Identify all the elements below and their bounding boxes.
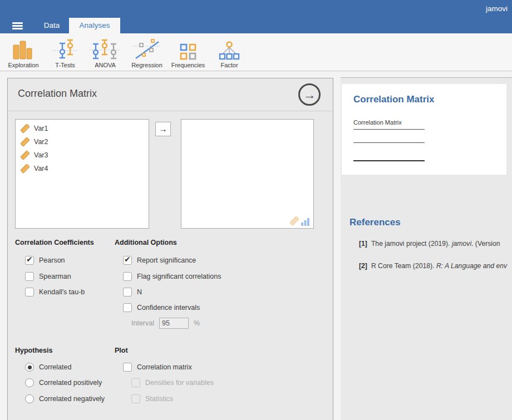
tab-data[interactable]: Data xyxy=(35,18,69,33)
tab-analyses[interactable]: Analyses xyxy=(69,18,120,33)
radio-correlated[interactable]: Correlated xyxy=(25,363,71,372)
checkbox-densities-for-variables: Densities for variables xyxy=(131,378,214,387)
radio-icon xyxy=(25,378,34,387)
section-correlation-coefficients: Correlation Coefficients xyxy=(15,239,94,246)
tree-diagram-icon xyxy=(209,37,250,60)
ribbon-anova[interactable]: ANOVA xyxy=(85,37,126,68)
checkbox-icon xyxy=(25,272,34,281)
reference-item: [1]The jamovi project (2019). jamovi. (V… xyxy=(359,240,512,248)
ribbon-regression[interactable]: Regression xyxy=(126,37,168,68)
checkbox-icon xyxy=(25,288,34,297)
square-grid-icon xyxy=(168,37,209,60)
checkbox-icon xyxy=(123,288,132,297)
checkbox-icon xyxy=(123,303,132,312)
checkbox-pearson[interactable]: Pearson xyxy=(25,256,65,265)
interval-row: Interval % xyxy=(131,318,200,329)
selected-variables-box[interactable] xyxy=(181,119,314,229)
ribbon-frequencies[interactable]: Frequencies xyxy=(168,37,209,68)
results-title: Correlation Matrix xyxy=(353,94,434,105)
section-hypothesis: Hypothesis xyxy=(15,347,52,354)
variable-item[interactable]: Var1 xyxy=(16,122,149,135)
section-additional-options: Additional Options xyxy=(115,239,177,246)
checkbox-report-significance[interactable]: Report significance xyxy=(123,256,196,265)
continuous-ruler-icon xyxy=(289,216,299,226)
ribbon-t-tests[interactable]: T-Tests xyxy=(45,37,86,68)
scatter-line-icon xyxy=(126,37,168,60)
options-panel-title: Correlation Matrix xyxy=(18,88,97,100)
interval-percent-label: % xyxy=(194,319,200,327)
radio-correlated-negatively[interactable]: Correlated negatively xyxy=(25,394,105,403)
move-variables-button[interactable]: → xyxy=(155,122,171,136)
radio-icon xyxy=(25,394,34,403)
checkbox-flag-significant-correlations[interactable]: Flag significant correlations xyxy=(123,272,221,281)
menu-icon[interactable] xyxy=(12,22,23,29)
checkbox-icon xyxy=(123,363,132,372)
title-bar: jamovi Data Analyses xyxy=(0,0,512,33)
references-title: References xyxy=(349,217,401,228)
checkbox-spearman[interactable]: Spearman xyxy=(25,272,71,281)
radio-icon xyxy=(25,363,34,372)
continuous-ruler-icon xyxy=(20,150,30,160)
checkbox-confidence-intervals[interactable]: Confidence intervals xyxy=(123,303,200,312)
variable-item[interactable]: Var3 xyxy=(16,149,149,162)
results-card: Correlation Matrix Correlation Matrix xyxy=(342,84,506,175)
available-variables-list[interactable]: Var1 Var2 Var3 Var4 xyxy=(15,119,149,229)
radio-correlated-positively[interactable]: Correlated positively xyxy=(25,378,102,387)
checkbox-n[interactable]: N xyxy=(123,288,142,297)
table-row xyxy=(353,130,425,143)
variable-item[interactable]: Var4 xyxy=(16,162,149,175)
checkbox-icon xyxy=(131,394,140,403)
table-row xyxy=(353,143,425,161)
reference-item: [2]R Core Team (2018). R: A Language and… xyxy=(359,262,512,270)
checkbox-statistics: Statistics xyxy=(131,394,173,403)
errorbars-three-icon xyxy=(85,37,126,60)
jamovi-window: jamovi Data Analyses Exploration xyxy=(0,0,512,420)
errorbars-two-icon xyxy=(45,37,86,60)
section-plot: Plot xyxy=(115,347,128,354)
checkbox-icon xyxy=(25,256,34,265)
checkbox-kendalls-tau-b[interactable]: Kendall's tau-b xyxy=(25,288,85,297)
ribbon-exploration[interactable]: Exploration xyxy=(3,37,44,68)
results-panel[interactable]: Correlation Matrix Correlation Matrix Re… xyxy=(341,77,512,420)
app-title: jamovi xyxy=(486,4,508,13)
options-panel-header: Correlation Matrix → xyxy=(8,78,333,111)
interval-label: Interval xyxy=(131,319,154,327)
variable-item[interactable]: Var2 xyxy=(16,135,149,149)
continuous-ruler-icon xyxy=(20,164,30,174)
checkbox-icon xyxy=(123,256,132,265)
table-header: Correlation Matrix xyxy=(353,119,425,130)
checkbox-icon xyxy=(131,378,140,387)
interval-input[interactable] xyxy=(159,318,189,329)
correlation-matrix-table: Correlation Matrix xyxy=(353,119,425,161)
continuous-ruler-icon xyxy=(20,137,30,147)
checkbox-icon xyxy=(123,272,132,281)
mini-bar-chart-icon xyxy=(301,218,310,226)
analyses-ribbon: Exploration T-Tests xyxy=(0,33,512,71)
bar-chart-icon xyxy=(3,37,44,60)
correlation-matrix-options-panel: Correlation Matrix → Var1 Var2 Var3 xyxy=(7,78,333,420)
ribbon-factor[interactable]: Factor xyxy=(209,37,250,68)
collapse-panel-button[interactable]: → xyxy=(298,83,321,106)
continuous-ruler-icon xyxy=(20,123,30,134)
checkbox-correlation-matrix-plot[interactable]: Correlation matrix xyxy=(123,363,192,372)
workspace: Correlation Matrix → Var1 Var2 Var3 xyxy=(0,71,512,420)
